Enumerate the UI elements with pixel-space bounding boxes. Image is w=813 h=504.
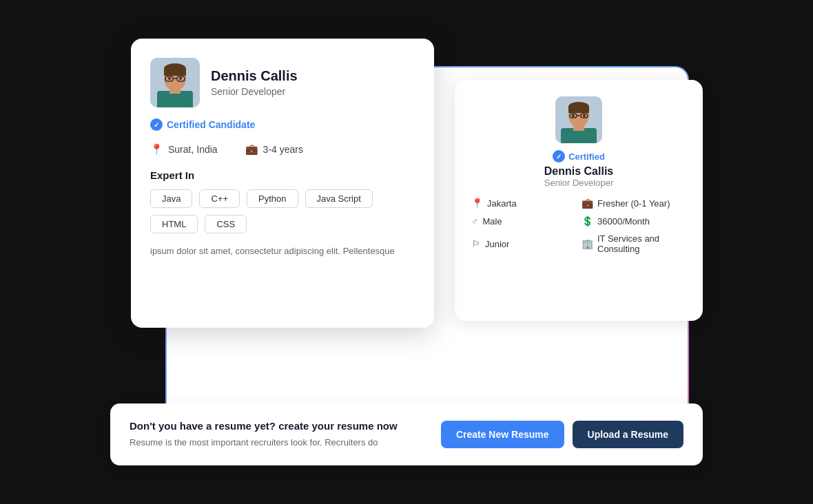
resume-text-block: Don't you have a resume yet? create your…	[130, 420, 427, 450]
location-icon: 📍	[150, 143, 163, 156]
right-location-text: Jakarta	[487, 198, 517, 209]
right-certified-label: Certified	[568, 151, 605, 162]
resume-card: Don't you have a resume yet? create your…	[110, 403, 703, 466]
svg-point-9	[168, 77, 171, 80]
certified-label: Certified Candidate	[167, 119, 255, 130]
right-gender-text: Male	[483, 216, 502, 227]
right-certified-icon: ✓	[553, 150, 565, 162]
left-profile-header: Dennis Callis Senior Developer	[150, 58, 415, 107]
right-salary-icon: 💲	[582, 216, 593, 227]
resume-actions: Create New Resume Upload a Resume	[441, 421, 683, 448]
right-location: 📍 Jakarta	[471, 198, 576, 209]
right-industry: 🏢 IT Services and Consulting	[582, 233, 686, 254]
right-salary-text: 36000/Month	[597, 216, 650, 227]
skills-row: Java C++ Python Java Script HTML CSS	[150, 189, 415, 233]
create-resume-button[interactable]: Create New Resume	[441, 421, 564, 448]
left-profile-card: Dennis Callis Senior Developer ✓ Certifi…	[131, 39, 434, 328]
experience-icon: 💼	[245, 143, 258, 156]
right-exp-icon: 💼	[582, 198, 593, 209]
experience-item: 💼 3-4 years	[245, 143, 303, 156]
resume-desc: Resume is the most important recruiters …	[130, 436, 427, 450]
svg-point-21	[583, 114, 586, 117]
left-profile-info: Dennis Callis Senior Developer	[211, 68, 298, 97]
svg-point-10	[179, 77, 182, 80]
right-industry-text: IT Services and Consulting	[597, 233, 686, 254]
location-text: Surat, India	[168, 144, 218, 155]
right-gender: ♂ Male	[471, 216, 576, 227]
right-experience: 💼 Fresher (0-1 Year)	[582, 198, 686, 209]
right-gender-icon: ♂	[471, 216, 479, 227]
right-industry-icon: 🏢	[582, 238, 593, 249]
resume-headline: Don't you have a resume yet? create your…	[130, 420, 427, 432]
right-location-icon: 📍	[471, 198, 483, 209]
skill-css: CSS	[205, 215, 247, 233]
left-name: Dennis Callis	[211, 68, 298, 84]
right-name: Dennis Callis	[544, 165, 613, 178]
skill-cpp: C++	[199, 189, 240, 208]
right-exp-text: Fresher (0-1 Year)	[597, 198, 670, 209]
svg-rect-16	[568, 107, 589, 113]
details-grid: 📍 Jakarta 💼 Fresher (0-1 Year) ♂ Male 💲 …	[471, 198, 686, 254]
lorem-text: ipsum dolor sit amet, consectetur adipis…	[150, 244, 415, 258]
skill-python: Python	[247, 189, 298, 208]
right-level-icon: 🏳	[471, 238, 481, 249]
upload-resume-button[interactable]: Upload a Resume	[573, 421, 683, 448]
skill-javascript: Java Script	[305, 189, 373, 208]
location-item: 📍 Surat, India	[150, 143, 218, 156]
avatar	[150, 58, 200, 107]
experience-text: 3-4 years	[263, 144, 303, 155]
right-certified-badge: ✓ Certified	[553, 150, 605, 162]
left-title: Senior Developer	[211, 86, 298, 97]
right-profile-card: ✓ Certified Dennis Callis Senior Develop…	[455, 80, 703, 321]
right-level: 🏳 Junior	[471, 233, 576, 254]
right-level-text: Junior	[485, 239, 509, 249]
skill-java: Java	[150, 189, 192, 208]
certified-icon: ✓	[150, 118, 163, 131]
svg-point-20	[572, 114, 575, 117]
expert-label: Expert In	[150, 169, 415, 181]
svg-rect-5	[164, 69, 186, 76]
info-row: 📍 Surat, India 💼 3-4 years	[150, 143, 415, 156]
right-salary: 💲 36000/Month	[582, 216, 686, 227]
right-avatar	[555, 96, 602, 143]
certified-badge: ✓ Certified Candidate	[150, 118, 415, 131]
skill-html: HTML	[150, 215, 198, 233]
right-title: Senior Developer	[544, 178, 613, 188]
